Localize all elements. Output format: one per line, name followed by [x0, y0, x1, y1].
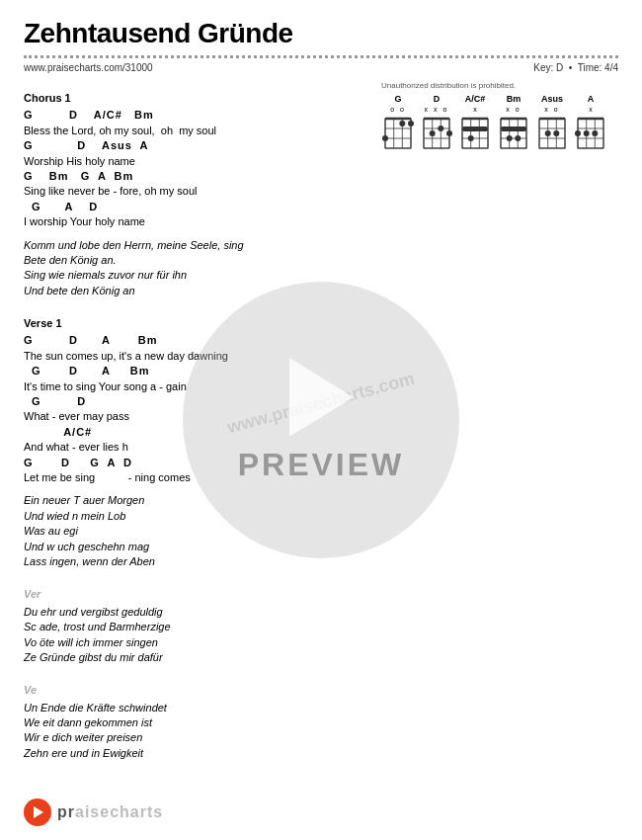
svg-point-11: [399, 121, 405, 126]
chord-line: G Bm G A Bm: [24, 169, 365, 184]
footer: praisecharts: [24, 798, 163, 826]
content-area: Chorus 1 G D A/C# Bm Bless the Lord, oh …: [0, 81, 642, 761]
lyric-german: Bete den König an.: [24, 253, 365, 268]
svg-rect-44: [501, 126, 526, 131]
svg-point-21: [430, 130, 436, 136]
svg-point-45: [507, 135, 513, 141]
svg-point-34: [468, 135, 474, 141]
svg-point-10: [408, 121, 414, 126]
svg-point-22: [438, 126, 443, 131]
url: www.praisecharts.com/31000: [24, 62, 153, 73]
svg-point-67: [575, 130, 581, 136]
chord-grid-Asus: [535, 115, 569, 152]
svg-point-46: [515, 135, 521, 141]
chord-line: G A D: [24, 200, 365, 214]
chord-grid-AC#: [458, 115, 492, 152]
chorus1-title: Chorus 1: [24, 91, 365, 106]
lyric-line: Sing like never be - fore, oh my soul: [24, 184, 365, 199]
chord-line: G D A Bm: [24, 333, 365, 348]
key-time: Key: D • Time: 4/4: [533, 62, 618, 73]
lyric-line: Bless the Lord, oh my soul, oh my soul: [24, 124, 365, 138]
header: Zehntausend Gründe www.praisecharts.com/…: [0, 0, 642, 73]
chord-label-Asus: Asus: [535, 94, 569, 104]
svg-point-9: [382, 135, 388, 141]
lyric-line: I worship Your holy name: [24, 214, 365, 229]
page-title: Zehntausend Gründe: [24, 18, 618, 49]
lyric-line: The sun comes up, it's a new day dawning: [24, 349, 365, 364]
chord-openings-Asus: x o: [535, 106, 569, 113]
svg-rect-58: [578, 119, 603, 148]
chord-grid-A: [574, 115, 607, 152]
lyric-german: Sing wie niemals zuvor nur für ihn: [24, 268, 365, 283]
svg-rect-35: [501, 119, 526, 148]
chord-line: G D A Bm: [24, 364, 365, 378]
divider: [24, 55, 618, 58]
chord-openings-A: x: [574, 106, 607, 113]
lyric-line: Let me be sing - ning comes: [24, 470, 365, 485]
lyric-line: It's time to sing Your song a - gain: [24, 379, 365, 394]
chord-openings-G: o o: [381, 106, 415, 113]
left-column: Chorus 1 G D A/C# Bm Bless the Lord, oh …: [24, 81, 365, 761]
chord-line: G D A/C# Bm: [24, 108, 365, 123]
chord-grid-Bm: [497, 115, 530, 152]
footer-logo: [24, 798, 51, 826]
svg-point-69: [592, 130, 598, 136]
lyric-line: What - ever may pass: [24, 409, 365, 424]
svg-rect-0: [385, 119, 411, 148]
right-column: Unauthorized distribution is prohibited.…: [381, 81, 618, 761]
footer-play-icon: [34, 806, 43, 818]
chord-grids-row: [381, 115, 618, 152]
verse2-title: Ver: [24, 587, 365, 602]
lyric-line: Worship His holy name: [24, 154, 365, 169]
chord-openings-Bm: x o: [497, 106, 530, 113]
chord-grid-G: [381, 115, 415, 152]
chord-label-G: G: [381, 94, 415, 104]
chord-label-AC#: A/C#: [458, 94, 492, 104]
chord-openings-AC#: x: [458, 106, 492, 113]
svg-point-68: [584, 130, 590, 136]
svg-rect-12: [424, 119, 449, 148]
chord-label-Bm: Bm: [497, 94, 530, 104]
footer-brand: praisecharts: [57, 803, 163, 821]
chord-grid-D: [420, 115, 453, 152]
verse2-section: Ver Du ehr und vergibst geduldig Sc ade,…: [24, 587, 365, 665]
svg-rect-24: [462, 119, 488, 148]
lyric-line: And what - ever lies h: [24, 440, 365, 455]
svg-point-56: [545, 130, 551, 136]
chord-line: G D: [24, 394, 365, 409]
subtitle-row: www.praisecharts.com/31000 Key: D • Time…: [24, 62, 618, 73]
unauthorized-note: Unauthorized distribution is prohibited.: [381, 81, 618, 90]
svg-rect-47: [539, 119, 565, 148]
svg-rect-33: [462, 126, 488, 131]
lyric-german: Komm und lobe den Herrn, meine Seele, si…: [24, 238, 365, 253]
svg-point-23: [446, 130, 452, 136]
verse1-title: Verse 1: [24, 316, 365, 331]
svg-point-57: [553, 130, 559, 136]
chord-line: G D Asus A: [24, 138, 365, 153]
verse3-title: Ve: [24, 683, 365, 698]
page: Zehntausend Gründe www.praisecharts.com/…: [0, 0, 642, 840]
chord-label-D: D: [420, 94, 453, 104]
verse1-german: Ein neuer T auer Morgen Und wied n mein …: [24, 493, 365, 569]
lyric-german: Und bete den König an: [24, 284, 365, 298]
chord-line: G D G A D: [24, 456, 365, 470]
chord-label-A: A: [574, 94, 607, 104]
chord-openings-D: x x o: [420, 106, 453, 113]
verse3-section: Ve Un Ende die Kräfte schwindet We eit d…: [24, 683, 365, 761]
chord-line: A/C#: [24, 425, 365, 440]
